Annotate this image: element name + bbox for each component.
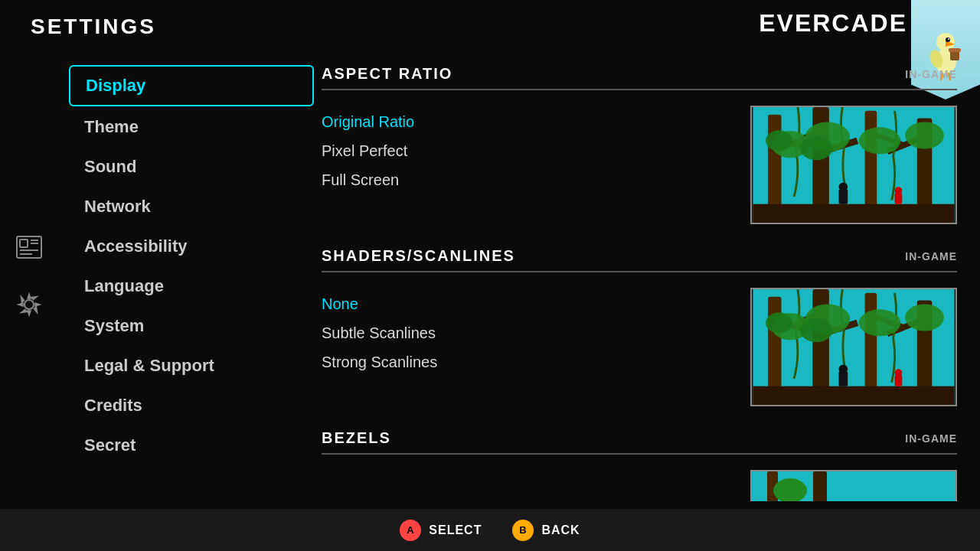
svg-point-4 bbox=[948, 38, 949, 40]
nav-item-system[interactable]: System bbox=[69, 307, 314, 345]
svg-point-53 bbox=[905, 304, 944, 331]
bottom-bar: A SELECT B BACK bbox=[0, 509, 980, 551]
nav-item-secret[interactable]: Secret bbox=[69, 426, 314, 465]
svg-point-37 bbox=[895, 187, 903, 194]
option-pixel-perfect[interactable]: Pixel Perfect bbox=[322, 142, 735, 160]
section-shaders-title: SHADERS/SCANLINES bbox=[322, 247, 515, 265]
svg-rect-33 bbox=[753, 204, 954, 223]
section-bezels-header: BEZELS IN-GAME bbox=[322, 429, 957, 455]
nav-menu: Display Theme Sound Network Accessibilit… bbox=[69, 65, 314, 465]
media-icon[interactable] bbox=[11, 230, 46, 264]
svg-rect-36 bbox=[895, 193, 903, 204]
brand-name: EVERCADE bbox=[759, 9, 907, 37]
svg-point-32 bbox=[905, 122, 944, 148]
section-aspect-ratio-title: ASPECT RATIO bbox=[322, 65, 452, 83]
nav-item-language[interactable]: Language bbox=[69, 267, 314, 305]
aspect-ratio-options: Original Ratio Pixel Perfect Full Screen bbox=[322, 106, 735, 189]
main-content: ASPECT RATIO IN-GAME Original Ratio Pixe… bbox=[322, 65, 965, 501]
svg-point-49 bbox=[766, 312, 792, 333]
nav-item-credits[interactable]: Credits bbox=[69, 386, 314, 425]
back-label: BACK bbox=[541, 523, 580, 537]
svg-rect-57 bbox=[895, 375, 903, 386]
nav-item-sound[interactable]: Sound bbox=[69, 148, 314, 186]
bezels-options-row bbox=[322, 470, 957, 501]
sidebar-icons bbox=[0, 0, 57, 551]
b-button-circle: B bbox=[512, 520, 534, 541]
svg-point-28 bbox=[766, 130, 792, 151]
nav-item-accessibility[interactable]: Accessibility bbox=[69, 227, 314, 266]
svg-point-16 bbox=[24, 300, 34, 309]
select-button[interactable]: A SELECT bbox=[400, 520, 482, 541]
svg-point-52 bbox=[859, 309, 901, 336]
section-aspect-ratio: ASPECT RATIO IN-GAME Original Ratio Pixe… bbox=[322, 65, 957, 224]
option-original-ratio[interactable]: Original Ratio bbox=[322, 113, 735, 131]
settings-icon[interactable] bbox=[11, 287, 46, 321]
svg-point-56 bbox=[839, 364, 848, 373]
shaders-preview bbox=[750, 288, 957, 406]
section-shaders-badge: IN-GAME bbox=[905, 250, 957, 262]
section-bezels-badge: IN-GAME bbox=[905, 432, 957, 445]
aspect-ratio-preview bbox=[750, 106, 957, 224]
svg-point-35 bbox=[839, 182, 848, 191]
section-aspect-ratio-header: ASPECT RATIO IN-GAME bbox=[322, 65, 957, 90]
aspect-ratio-options-row: Original Ratio Pixel Perfect Full Screen bbox=[322, 106, 957, 224]
svg-rect-9 bbox=[949, 48, 961, 52]
svg-point-30 bbox=[800, 136, 833, 160]
svg-point-31 bbox=[859, 127, 901, 154]
bezels-options bbox=[322, 470, 735, 478]
section-bezels: BEZELS IN-GAME bbox=[322, 429, 957, 501]
section-shaders: SHADERS/SCANLINES IN-GAME None Subtle Sc… bbox=[322, 247, 957, 406]
back-button[interactable]: B BACK bbox=[512, 520, 580, 541]
bezels-preview bbox=[750, 470, 957, 501]
option-strong-scanlines[interactable]: Strong Scanlines bbox=[322, 354, 735, 371]
section-shaders-header: SHADERS/SCANLINES IN-GAME bbox=[322, 247, 957, 272]
shaders-options-row: None Subtle Scanlines Strong Scanlines bbox=[322, 288, 957, 406]
svg-point-58 bbox=[895, 369, 903, 377]
option-none[interactable]: None bbox=[322, 295, 735, 313]
svg-rect-11 bbox=[20, 240, 28, 247]
option-full-screen[interactable]: Full Screen bbox=[322, 171, 735, 189]
nav-item-network[interactable]: Network bbox=[69, 187, 314, 226]
section-aspect-ratio-badge: IN-GAME bbox=[905, 68, 957, 80]
shaders-options: None Subtle Scanlines Strong Scanlines bbox=[322, 288, 735, 371]
svg-rect-61 bbox=[813, 471, 827, 501]
nav-item-theme[interactable]: Theme bbox=[69, 108, 314, 146]
option-subtle-scanlines[interactable]: Subtle Scanlines bbox=[322, 324, 735, 342]
a-button-circle: A bbox=[400, 520, 421, 541]
nav-item-display[interactable]: Display bbox=[69, 65, 314, 106]
svg-point-51 bbox=[800, 318, 833, 342]
select-label: SELECT bbox=[429, 523, 482, 537]
section-bezels-title: BEZELS bbox=[322, 429, 391, 447]
nav-item-legal[interactable]: Legal & Support bbox=[69, 347, 314, 385]
svg-point-3 bbox=[946, 37, 950, 42]
svg-rect-54 bbox=[753, 386, 954, 405]
